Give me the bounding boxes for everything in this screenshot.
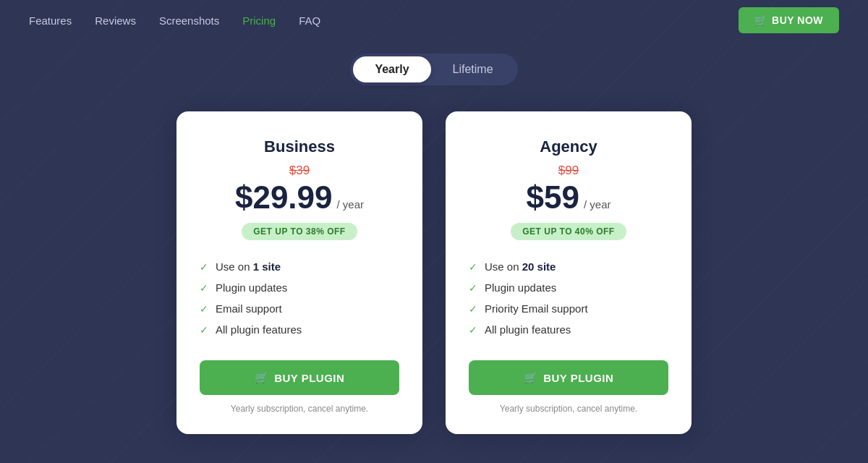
plan-business-badge: GET UP TO 38% OFF xyxy=(242,223,357,240)
nav-reviews[interactable]: Reviews xyxy=(95,14,136,27)
pricing-cards: Business $39 $29.99 / year GET UP TO 38%… xyxy=(0,111,868,434)
cart-icon: 🛒 xyxy=(524,371,538,384)
check-icon: ✓ xyxy=(200,261,208,273)
feature-sites: ✓ Use on 20 site xyxy=(469,256,668,277)
check-icon: ✓ xyxy=(469,261,477,273)
plan-business-buy-label: BUY PLUGIN xyxy=(274,372,344,384)
nav-features[interactable]: Features xyxy=(29,14,72,27)
check-icon: ✓ xyxy=(469,324,477,336)
nav-links: Features Reviews Screenshots Pricing FAQ xyxy=(29,14,320,27)
feature-text: Priority Email support xyxy=(485,302,588,315)
plan-agency-card: Agency $99 $59 / year GET UP TO 40% OFF … xyxy=(446,111,692,434)
nav-screenshots[interactable]: Screenshots xyxy=(159,14,219,27)
feature-text: All plugin features xyxy=(485,323,571,336)
plan-agency-features: ✓ Use on 20 site ✓ Plugin updates ✓ Prio… xyxy=(469,256,668,340)
plan-agency-buy-label: BUY PLUGIN xyxy=(543,372,613,384)
feature-text: Use on 1 site xyxy=(216,260,281,273)
toggle-lifetime[interactable]: Lifetime xyxy=(431,56,515,82)
nav-faq[interactable]: FAQ xyxy=(299,14,320,27)
billing-toggle: Yearly Lifetime xyxy=(350,54,517,85)
plan-agency-badge: GET UP TO 40% OFF xyxy=(511,223,626,240)
plan-business-period: / year xyxy=(337,198,365,211)
plan-business-original-price: $39 xyxy=(289,163,310,178)
buy-now-button[interactable]: 🛒 BUY NOW xyxy=(739,7,839,33)
feature-sites: ✓ Use on 1 site xyxy=(200,256,399,277)
check-icon: ✓ xyxy=(469,282,477,294)
plan-business-footnote: Yearly subscription, cancel anytime. xyxy=(231,404,368,414)
plan-agency-buy-button[interactable]: 🛒 BUY PLUGIN xyxy=(469,360,668,395)
feature-text: Plugin updates xyxy=(485,281,556,294)
feature-text: Use on 20 site xyxy=(485,260,556,273)
toggle-yearly[interactable]: Yearly xyxy=(353,56,430,82)
feature-email-support: ✓ Email support xyxy=(200,298,399,319)
nav-pricing[interactable]: Pricing xyxy=(242,14,276,27)
feature-updates: ✓ Plugin updates xyxy=(200,277,399,298)
cart-icon: 🛒 xyxy=(255,371,269,384)
feature-all-features: ✓ All plugin features xyxy=(200,319,399,340)
feature-priority-support: ✓ Priority Email support xyxy=(469,298,668,319)
cart-icon: 🛒 xyxy=(754,14,767,26)
plan-business-price-row: $29.99 / year xyxy=(235,179,364,216)
navbar: Features Reviews Screenshots Pricing FAQ… xyxy=(0,0,868,41)
plan-agency-footnote: Yearly subscription, cancel anytime. xyxy=(500,404,637,414)
feature-text: Email support xyxy=(216,302,282,315)
plan-business-price: $29.99 xyxy=(235,179,333,216)
check-icon: ✓ xyxy=(200,303,208,315)
feature-text: Plugin updates xyxy=(216,281,287,294)
plan-agency-original-price: $99 xyxy=(558,163,579,178)
plan-agency-period: / year xyxy=(584,198,611,211)
check-icon: ✓ xyxy=(200,324,208,336)
plan-agency-price: $59 xyxy=(527,179,579,216)
plan-agency-price-row: $59 / year xyxy=(527,179,611,216)
feature-text: All plugin features xyxy=(216,323,302,336)
check-icon: ✓ xyxy=(200,282,208,294)
plan-business-title: Business xyxy=(264,137,335,156)
buy-now-label: BUY NOW xyxy=(772,14,823,26)
plan-business-card: Business $39 $29.99 / year GET UP TO 38%… xyxy=(176,111,422,434)
billing-toggle-container: Yearly Lifetime xyxy=(0,54,868,85)
feature-all-features: ✓ All plugin features xyxy=(469,319,668,340)
plan-business-features: ✓ Use on 1 site ✓ Plugin updates ✓ Email… xyxy=(200,256,399,340)
plan-business-buy-button[interactable]: 🛒 BUY PLUGIN xyxy=(200,360,399,395)
plan-agency-title: Agency xyxy=(540,137,597,156)
feature-updates: ✓ Plugin updates xyxy=(469,277,668,298)
check-icon: ✓ xyxy=(469,303,477,315)
